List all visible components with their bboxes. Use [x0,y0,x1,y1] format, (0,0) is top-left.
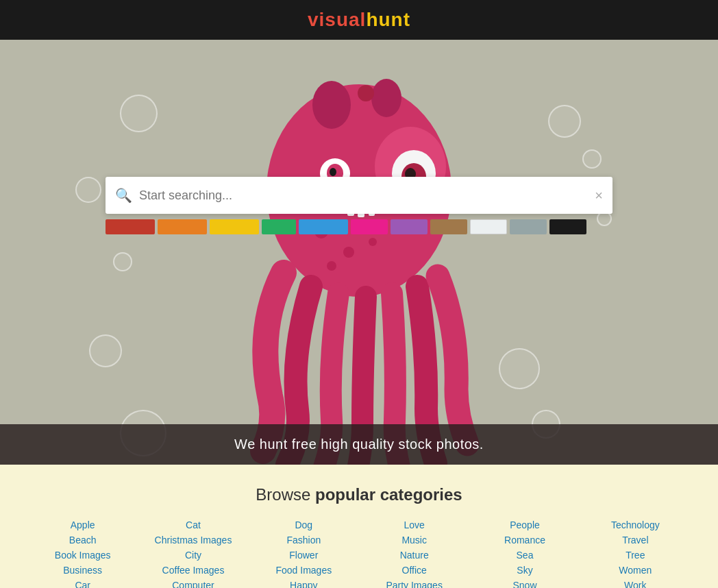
categories-grid: AppleBeachBook ImagesBusinessCarCatChris… [27,519,691,588]
bubble-decoration [120,95,158,132]
bubble-decoration [582,149,602,169]
svg-point-18 [327,261,336,271]
categories-title: Browse popular categories [27,485,691,504]
hero-footer: We hunt free high quality stock photos. [0,424,718,465]
svg-point-19 [358,85,374,101]
hero-illustration [215,40,503,465]
blue-swatch[interactable] [299,219,348,234]
category-link[interactable]: Christmas Images [155,535,232,546]
category-link[interactable]: Food Images [275,565,332,576]
white-swatch[interactable] [470,219,507,234]
brown-swatch[interactable] [430,219,467,234]
category-link[interactable]: Women [619,565,652,576]
category-link[interactable]: Book Images [55,550,111,561]
green-swatch[interactable] [262,219,296,234]
category-link[interactable]: Dog [295,519,312,530]
logo-hunt: hunt [366,9,410,30]
bubble-decoration [89,334,122,367]
category-link[interactable]: Coffee Images [162,565,225,576]
hero-tagline: We hunt free high quality stock photos. [0,437,718,452]
category-column-1: CatChristmas ImagesCityCoffee ImagesComp… [138,519,248,588]
bubble-decoration [548,105,581,138]
category-link[interactable]: Sky [517,565,532,576]
category-link[interactable]: Technology [611,519,660,530]
category-link[interactable]: Tree [626,550,645,561]
category-column-2: DogFashionFlowerFood ImagesHappy [249,519,359,588]
category-link[interactable]: Computer [172,580,214,588]
category-link[interactable]: Beach [69,535,97,546]
svg-point-2 [371,79,401,117]
category-link[interactable]: Love [404,519,424,530]
search-area: 🔍 × [106,177,612,234]
category-link[interactable]: Fashion [286,535,321,546]
bubble-decoration [75,177,101,203]
orange-swatch[interactable] [158,219,207,234]
category-link[interactable]: Travel [622,535,648,546]
search-clear-button[interactable]: × [595,188,603,204]
category-link[interactable]: Apple [71,519,95,530]
category-link[interactable]: Cat [186,519,201,530]
logo[interactable]: visualhunt [308,9,410,31]
search-box: 🔍 × [106,177,612,214]
bubble-decoration [499,348,540,389]
category-link[interactable]: Happy [290,580,317,588]
category-link[interactable]: People [510,519,540,530]
svg-point-6 [330,168,336,176]
search-input[interactable] [139,188,595,203]
category-link[interactable]: Office [402,565,427,576]
category-link[interactable]: Business [63,565,102,576]
pink-swatch[interactable] [351,219,388,234]
category-column-4: PeopleRomanceSeaSkySnow [469,519,580,588]
category-link[interactable]: Music [401,535,427,546]
color-swatches [106,219,612,234]
categories-section: Browse popular categories AppleBeachBook… [0,465,718,588]
hero-section: 🔍 × We hunt free high quality stock phot… [0,40,718,465]
category-link[interactable]: Car [75,580,90,588]
logo-visual: visual [308,9,366,30]
category-link[interactable]: Romance [504,535,545,546]
svg-point-1 [312,81,351,129]
category-column-0: AppleBeachBook ImagesBusinessCar [27,519,138,588]
purple-swatch[interactable] [391,219,428,234]
svg-point-16 [343,247,354,258]
red-swatch[interactable] [106,219,155,234]
category-link[interactable]: Work [624,580,646,588]
top-nav: visualhunt [0,0,718,40]
svg-point-17 [369,238,377,246]
category-link[interactable]: Nature [400,550,429,561]
bubble-decoration [113,252,132,271]
category-link[interactable]: Sea [517,550,534,561]
search-icon: 🔍 [115,187,132,204]
yellow-swatch[interactable] [210,219,259,234]
category-link[interactable]: Snow [512,580,536,588]
category-link[interactable]: Flower [289,550,318,561]
black-swatch[interactable] [549,219,586,234]
gray-swatch[interactable] [510,219,547,234]
category-link[interactable]: City [185,550,201,561]
category-column-3: LoveMusicNatureOfficeParty Images [359,519,469,588]
category-column-5: TechnologyTravelTreeWomenWork [580,519,691,588]
category-link[interactable]: Party Images [386,580,442,588]
